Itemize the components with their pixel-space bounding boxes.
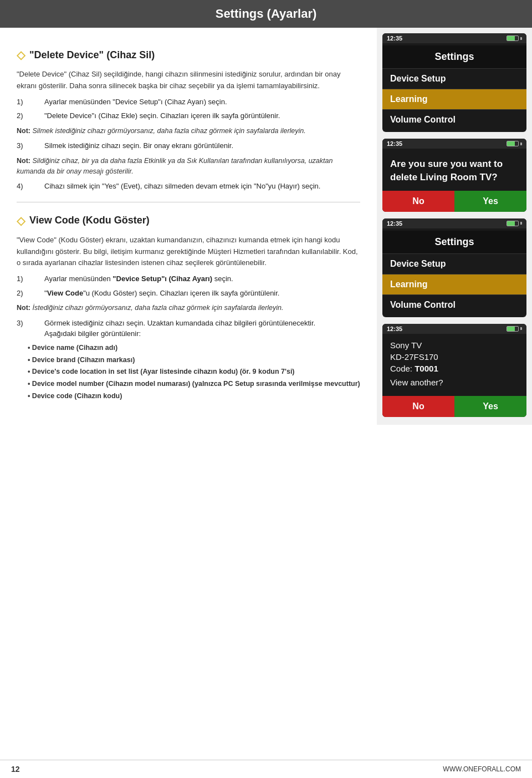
bullet-item: Device name (Cihazın adı) <box>28 343 360 353</box>
device-time-1: 12:35 <box>387 35 402 42</box>
diamond-icon: ◇ <box>17 47 25 63</box>
info-line-3: Code: T0001 <box>390 364 519 373</box>
device-screen-4: 12:35 Sony TV KD-27FS170 Code: T0001 Vie… <box>382 324 526 417</box>
menu-device-setup-1: Device Setup <box>382 69 526 89</box>
no-button-2[interactable]: No <box>382 396 454 417</box>
main-layout: ◇ "Delete Device" (Cihaz Sil) "Delete De… <box>0 28 532 425</box>
battery-1 <box>507 35 522 41</box>
battery-2 <box>507 141 522 146</box>
device-time-3: 12:35 <box>387 220 402 227</box>
delete-note-1: Not: Silmek istediğiniz cihazı görmüyors… <box>17 126 360 136</box>
yes-button-2[interactable]: Yes <box>454 396 526 417</box>
delete-device-heading: ◇ "Delete Device" (Cihaz Sil) <box>17 47 360 63</box>
device-screen-1: 12:35 Settings Device Setup Learning Vol… <box>382 33 526 132</box>
view-code-intro: "View Code" (Kodu Göster) ekranı, uzakta… <box>17 235 360 269</box>
status-bar-4: 12:35 <box>382 324 526 334</box>
info-line-1: Sony TV <box>390 340 519 350</box>
delete-step-3: 3) Silmek istediğiniz cihazı seçin. Bir … <box>17 140 360 151</box>
no-button-1[interactable]: No <box>382 191 454 212</box>
bullet-item: Device code (Cihazın kodu) <box>28 391 360 401</box>
yes-button-1[interactable]: Yes <box>454 191 526 212</box>
bullet-item: Device's code location in set list (Ayar… <box>28 367 360 377</box>
footer-url: WWW.ONEFORALL.COM <box>443 765 521 773</box>
menu-volume-3: Volume Control <box>382 295 526 315</box>
delete-step-4: 4) Cihazı silmek için "Yes" (Evet), ciha… <box>17 181 360 192</box>
device-screen-2: 12:35 Are you sure you want to delete Li… <box>382 139 526 212</box>
bullet-item: Device model number (Cihazın model numar… <box>28 379 360 389</box>
battery-3 <box>507 221 522 226</box>
menu-title-1: Settings <box>382 45 526 69</box>
status-bar-2: 12:35 <box>382 139 526 149</box>
status-bar-3: 12:35 <box>382 218 526 228</box>
menu-title-3: Settings <box>382 231 526 254</box>
battery-4 <box>507 326 522 332</box>
delete-device-title: "Delete Device" (Cihaz Sil) <box>29 48 155 63</box>
status-bar-1: 12:35 <box>382 33 526 43</box>
menu-list-1: Settings Device Setup Learning Volume Co… <box>382 43 526 132</box>
page-footer: 12 WWW.ONEFORALL.COM <box>0 760 532 778</box>
view-step-2: 2) "View Code"u (Kodu Göster) seçin. Cih… <box>17 288 360 299</box>
delete-note-2: Not: Sildiğiniz cihaz, bir ya da daha fa… <box>17 156 360 177</box>
view-code-title: View Code (Kodu Göster) <box>29 213 150 228</box>
device-time-4: 12:35 <box>387 326 402 332</box>
bullet-item: Device brand (Cihazın markası) <box>28 355 360 365</box>
view-note: Not: İstediğiniz cihazı görmüyorsanız, d… <box>17 303 360 313</box>
view-step-1: 1) Ayarlar menüsünden "Device Setup"ı (C… <box>17 273 360 284</box>
confirm-buttons: No Yes <box>382 191 526 212</box>
info-line-4: View another? <box>390 378 519 387</box>
delete-device-intro: "Delete Device" (Cihaz Sil) seçildiğinde… <box>17 69 360 92</box>
right-sidebar: 12:35 Settings Device Setup Learning Vol… <box>377 28 532 425</box>
footer-page-number: 12 <box>11 765 20 774</box>
menu-learning-3: Learning <box>382 274 526 295</box>
device-screen-3: 12:35 Settings Device Setup Learning Vol… <box>382 218 526 317</box>
diamond-icon-2: ◇ <box>17 212 25 229</box>
view-step-3: 3) Görmek istediğiniz cihazı seçin. Uzak… <box>17 318 360 339</box>
info-buttons: No Yes <box>382 396 526 417</box>
view-code-heading: ◇ View Code (Kodu Göster) <box>17 212 360 229</box>
menu-volume-1: Volume Control <box>382 110 526 130</box>
menu-device-setup-3: Device Setup <box>382 254 526 274</box>
page-title: Settings (Ayarlar) <box>0 7 532 21</box>
delete-step-2: 2) "Delete Device"ı (Cihaz Ekle) seçin. … <box>17 110 360 121</box>
left-content: ◇ "Delete Device" (Cihaz Sil) "Delete De… <box>0 28 377 425</box>
info-line-2: KD-27FS170 <box>390 352 519 362</box>
section-divider-1 <box>17 202 360 202</box>
info-content: Sony TV KD-27FS170 Code: T0001 View anot… <box>382 334 526 396</box>
delete-step-1: 1) Ayarlar menüsünden "Device Setup"ı (C… <box>17 96 360 108</box>
menu-list-3: Settings Device Setup Learning Volume Co… <box>382 228 526 317</box>
device-time-2: 12:35 <box>387 140 402 147</box>
confirm-text: Are you sure you want to delete Living R… <box>382 149 526 191</box>
page-title-bar: Settings (Ayarlar) <box>0 0 532 28</box>
menu-learning-1: Learning <box>382 89 526 110</box>
bullet-list: Device name (Cihazın adı) Device brand (… <box>17 343 360 401</box>
